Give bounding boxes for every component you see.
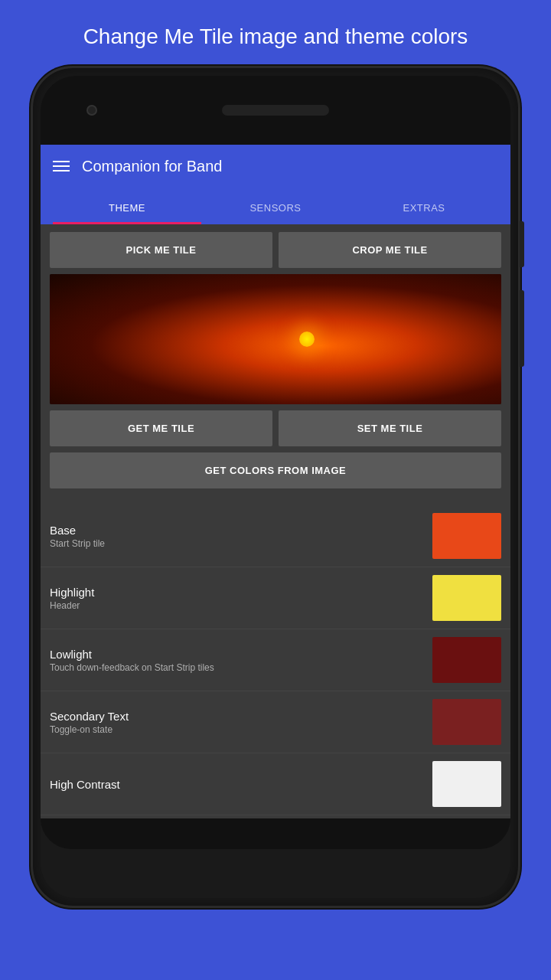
tab-bar: THEME SENSORS EXTRAS xyxy=(53,188,498,224)
color-swatch[interactable] xyxy=(432,513,501,559)
color-label-main: Secondary Text xyxy=(50,710,129,723)
sunset-image xyxy=(50,274,501,404)
tab-extras[interactable]: EXTRAS xyxy=(350,202,498,224)
pick-me-tile-button[interactable]: PICK ME TILE xyxy=(50,232,272,268)
color-row: High Contrast xyxy=(41,753,510,815)
tab-theme[interactable]: THEME xyxy=(53,202,201,224)
phone-outer: Companion for Band THEME SENSORS EXTRAS … xyxy=(31,66,520,908)
color-label-sub: Toggle-on state xyxy=(50,724,129,735)
get-me-tile-button[interactable]: GET ME TILE xyxy=(50,410,272,446)
crop-me-tile-button[interactable]: CROP ME TILE xyxy=(279,232,501,268)
main-content: PICK ME TILE CROP ME TILE GET ME TILE SE… xyxy=(41,224,510,502)
color-swatch[interactable] xyxy=(432,637,501,683)
set-me-tile-button[interactable]: SET ME TILE xyxy=(279,410,501,446)
color-row: LowlightTouch down-feedback on Start Str… xyxy=(41,629,510,691)
phone-top-bar xyxy=(41,76,510,145)
phone-wrapper: Companion for Band THEME SENSORS EXTRAS … xyxy=(31,66,520,980)
app-bar: Companion for Band THEME SENSORS EXTRAS xyxy=(41,145,510,224)
get-colors-button[interactable]: GET COLORS FROM IMAGE xyxy=(50,452,501,488)
tab-sensors[interactable]: SENSORS xyxy=(201,202,350,224)
image-preview xyxy=(50,274,501,404)
color-label-sub: Header xyxy=(50,600,94,611)
color-swatch[interactable] xyxy=(432,575,501,621)
phone-inner: Companion for Band THEME SENSORS EXTRAS … xyxy=(41,76,510,898)
color-swatch[interactable] xyxy=(432,761,501,807)
color-label-sub: Touch down-feedback on Start Strip tiles xyxy=(50,662,214,673)
hamburger-menu[interactable] xyxy=(53,161,70,172)
app-title: Companion for Band xyxy=(82,158,222,175)
color-section: BaseStart Strip tileHighlightHeaderLowli… xyxy=(41,502,510,818)
color-label-sub: Start Strip tile xyxy=(50,538,105,549)
color-label-main: Lowlight xyxy=(50,648,214,661)
speaker-icon xyxy=(222,105,329,116)
page-title: Change Me Tile image and theme colors xyxy=(53,0,499,66)
color-label-main: High Contrast xyxy=(50,778,120,791)
color-row: BaseStart Strip tile xyxy=(41,505,510,567)
camera-icon xyxy=(86,105,97,116)
mid-button-row: GET ME TILE SET ME TILE xyxy=(50,410,501,446)
phone-bottom-bar xyxy=(41,818,510,849)
color-row: HighlightHeader xyxy=(41,567,510,629)
top-button-row: PICK ME TILE CROP ME TILE xyxy=(50,232,501,268)
color-swatch[interactable] xyxy=(432,699,501,745)
color-row: Secondary TextToggle-on state xyxy=(41,691,510,753)
color-label-main: Highlight xyxy=(50,586,94,599)
color-label-main: Base xyxy=(50,524,105,537)
sun-element xyxy=(299,332,315,347)
